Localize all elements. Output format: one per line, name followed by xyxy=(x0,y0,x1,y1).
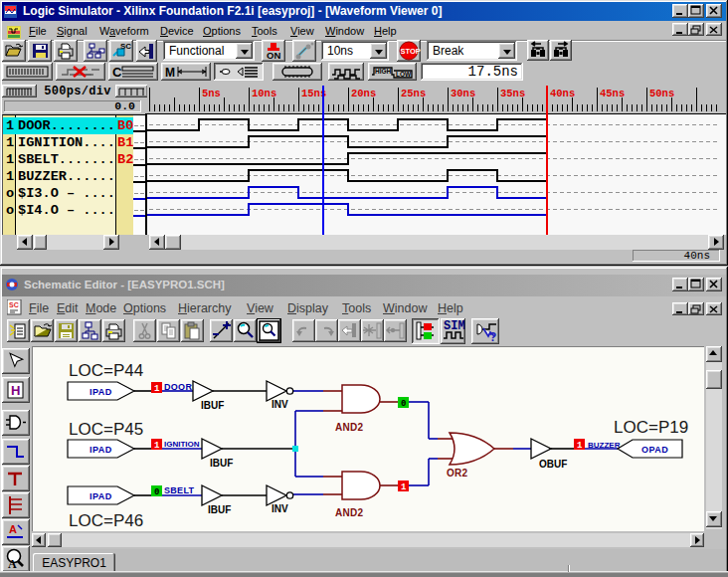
svg-text:1: 1 xyxy=(577,441,583,451)
svg-text:1: 1 xyxy=(401,482,407,492)
svg-text:IPAD: IPAD xyxy=(90,387,112,397)
svg-text:IPAD: IPAD xyxy=(90,445,112,455)
svg-text:INV: INV xyxy=(272,399,288,410)
svg-text:1: 1 xyxy=(154,384,160,394)
svg-text:5ns: 5ns xyxy=(202,88,221,99)
svg-text:IPAD: IPAD xyxy=(90,491,112,501)
svg-text:IBUF: IBUF xyxy=(201,400,224,411)
svg-text:INV: INV xyxy=(272,503,288,514)
svg-text:0: 0 xyxy=(154,487,159,497)
svg-text:OR2: OR2 xyxy=(447,468,468,479)
svg-text:40ns: 40ns xyxy=(550,88,575,99)
svg-text:10ns: 10ns xyxy=(252,88,276,99)
svg-text:M: M xyxy=(165,66,175,80)
svg-text:HIGH: HIGH xyxy=(375,68,392,75)
svg-text:IGNITION: IGNITION xyxy=(164,440,200,449)
svg-text:OBUF: OBUF xyxy=(539,459,567,470)
svg-text:LOC=P44: LOC=P44 xyxy=(69,361,143,380)
svg-text:SIM: SIM xyxy=(444,319,465,333)
svg-text:?: ? xyxy=(489,330,496,343)
svg-text:0: 0 xyxy=(401,399,406,409)
svg-text:H: H xyxy=(11,383,20,398)
svg-text:LOW: LOW xyxy=(396,71,412,78)
svg-text:OPAD: OPAD xyxy=(641,445,668,455)
svg-text:SBELT: SBELT xyxy=(164,485,195,495)
svg-text:AND2: AND2 xyxy=(335,422,364,433)
svg-text:AND2: AND2 xyxy=(335,507,364,518)
svg-text:LOC=P46: LOC=P46 xyxy=(69,511,143,530)
svg-text:45ns: 45ns xyxy=(600,88,625,99)
svg-text:35ns: 35ns xyxy=(500,88,525,99)
svg-text:LOC=P45: LOC=P45 xyxy=(69,420,143,439)
svg-text:C: C xyxy=(112,65,122,80)
svg-text:IBUF: IBUF xyxy=(208,504,231,515)
svg-text:SC: SC xyxy=(9,301,19,308)
svg-text:20ns: 20ns xyxy=(351,88,376,99)
svg-text:25ns: 25ns xyxy=(401,88,426,99)
svg-text:1: 1 xyxy=(154,441,160,451)
svg-text:30ns: 30ns xyxy=(451,88,475,99)
svg-text:ON: ON xyxy=(267,50,280,61)
svg-text:A: A xyxy=(8,557,17,571)
svg-text:LOC=P19: LOC=P19 xyxy=(614,418,688,437)
svg-text:50ns: 50ns xyxy=(649,88,674,99)
svg-text:IBUF: IBUF xyxy=(210,458,233,469)
svg-text:STOP: STOP xyxy=(401,47,421,56)
svg-text:A: A xyxy=(9,523,17,535)
svg-text:DOOR: DOOR xyxy=(164,382,192,392)
